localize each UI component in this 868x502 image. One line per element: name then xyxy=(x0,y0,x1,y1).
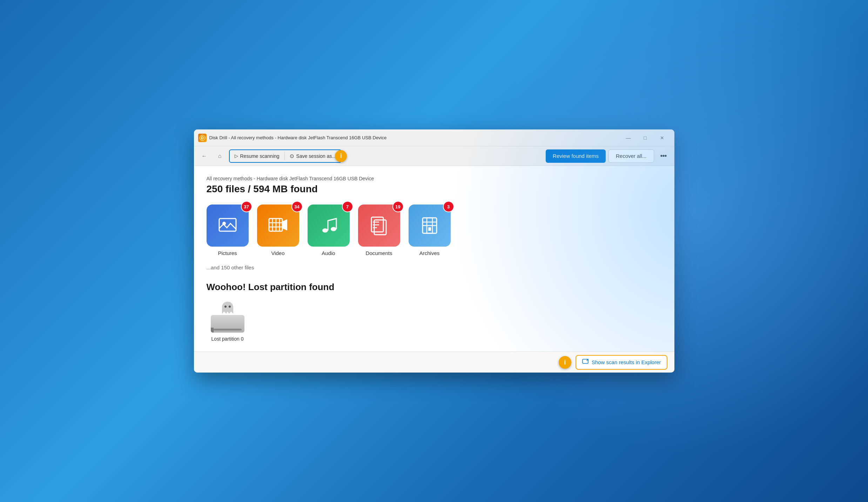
home-button[interactable]: ⌂ xyxy=(214,150,226,162)
partition-icon xyxy=(208,301,247,333)
lost-partition-label: Lost partition 0 xyxy=(211,336,244,342)
audio-badge: 7 xyxy=(342,201,353,212)
archives-badge: 3 xyxy=(443,201,454,212)
lost-partition-title: Woohoo! Lost partition found xyxy=(207,282,662,293)
pictures-label: Pictures xyxy=(218,250,237,256)
main-window: D Disk Drill - All recovery methods - Ha… xyxy=(194,129,674,373)
main-content: All recovery methods - Hardware disk Jet… xyxy=(194,166,674,352)
window-controls: — □ ✕ xyxy=(620,132,670,143)
pictures-badge: 37 xyxy=(241,201,252,212)
video-icon-bg: 34 xyxy=(257,205,299,247)
category-card-audio[interactable]: 7 Audio xyxy=(308,205,350,256)
resume-label: Resume scanning xyxy=(240,153,280,159)
toolbar: ← ⌂ ▷ Resume scanning ⊙ Save session as.… xyxy=(194,146,674,166)
category-card-video[interactable]: 34 Video xyxy=(257,205,299,256)
svg-point-11 xyxy=(331,227,336,231)
svg-rect-2 xyxy=(219,219,236,231)
svg-point-10 xyxy=(322,228,328,233)
info-bubble-toolbar: i xyxy=(335,150,347,162)
play-icon: ▷ xyxy=(235,153,238,159)
show-explorer-label: Show scan results in Explorer xyxy=(592,359,661,365)
documents-icon-bg: 19 xyxy=(358,205,400,247)
audio-icon-bg: 7 xyxy=(308,205,350,247)
back-icon: ← xyxy=(202,153,207,159)
audio-icon xyxy=(318,215,339,236)
minimize-button[interactable]: — xyxy=(620,132,637,143)
video-label: Video xyxy=(271,250,284,256)
documents-icon xyxy=(369,215,390,236)
home-icon: ⌂ xyxy=(218,153,222,159)
app-icon: D xyxy=(198,134,207,142)
lost-partition-item[interactable]: Lost partition 0 xyxy=(207,301,249,342)
back-button[interactable]: ← xyxy=(198,150,211,162)
svg-text:D: D xyxy=(201,136,204,140)
pictures-icon xyxy=(217,215,238,236)
pictures-icon-bg: 37 xyxy=(207,205,249,247)
hdd-body xyxy=(211,315,244,333)
svg-point-23 xyxy=(224,306,227,308)
svg-line-12 xyxy=(328,219,336,221)
found-count-title: 250 files / 594 MB found xyxy=(207,183,662,195)
bottom-bar: i Show scan results in Explorer xyxy=(194,352,674,373)
recover-all-button[interactable]: Recover all... xyxy=(608,149,654,163)
video-icon xyxy=(268,215,289,236)
category-card-documents[interactable]: 19 Documents xyxy=(358,205,400,256)
more-options-button[interactable]: ••• xyxy=(657,149,670,163)
other-files-text: ...and 150 other files xyxy=(207,265,662,270)
review-found-items-button[interactable]: Review found items xyxy=(546,149,606,163)
save-icon: ⊙ xyxy=(290,153,294,159)
category-card-archives[interactable]: 3 Archives xyxy=(409,205,451,256)
close-button[interactable]: ✕ xyxy=(654,132,670,143)
explorer-icon xyxy=(582,358,589,367)
maximize-button[interactable]: □ xyxy=(637,132,653,143)
svg-rect-22 xyxy=(428,227,431,231)
archives-label: Archives xyxy=(419,250,440,256)
window-title: Disk Drill - All recovery methods - Hard… xyxy=(209,135,618,140)
archives-icon xyxy=(419,215,440,236)
category-card-pictures[interactable]: 37 Pictures xyxy=(207,205,249,256)
info-bubble-bottom: i xyxy=(559,356,571,369)
resume-scanning-button[interactable]: ▷ Resume scanning xyxy=(230,150,284,162)
scan-action-group: ▷ Resume scanning ⊙ Save session as... i xyxy=(229,149,342,163)
save-label: Save session as... xyxy=(296,153,336,159)
show-scan-results-button[interactable]: Show scan results in Explorer xyxy=(576,355,667,370)
hdd-connector xyxy=(211,328,244,333)
archives-icon-bg: 3 xyxy=(409,205,451,247)
documents-label: Documents xyxy=(366,250,392,256)
documents-badge: 19 xyxy=(392,201,404,212)
ghost-icon xyxy=(221,301,235,314)
video-badge: 34 xyxy=(291,201,303,212)
category-cards-container: 37 Pictures 34 xyxy=(207,205,662,256)
scan-subtitle: All recovery methods - Hardware disk Jet… xyxy=(207,176,662,181)
audio-label: Audio xyxy=(322,250,335,256)
save-session-button[interactable]: ⊙ Save session as... xyxy=(285,150,341,162)
titlebar: D Disk Drill - All recovery methods - Ha… xyxy=(194,129,674,146)
svg-point-24 xyxy=(229,306,231,308)
